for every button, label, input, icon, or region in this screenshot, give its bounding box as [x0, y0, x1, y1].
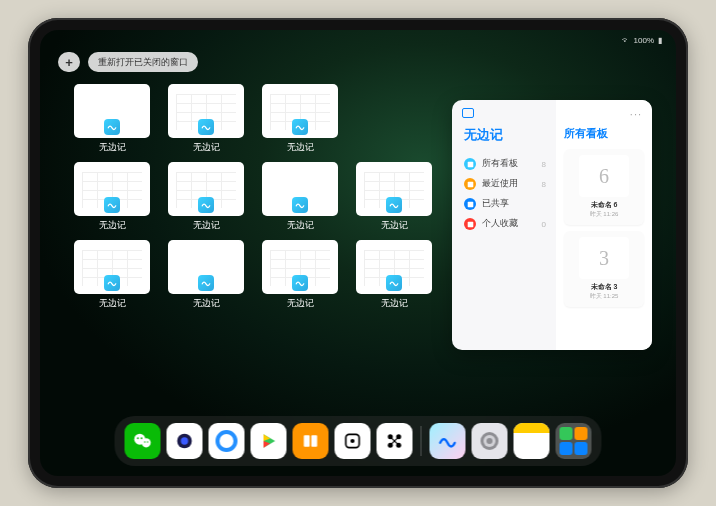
dock-app-notes[interactable]: [514, 423, 550, 459]
window-item[interactable]: 无边记: [356, 162, 432, 232]
menu-item-label: 所有看板: [482, 158, 518, 170]
dock-app-dice[interactable]: [335, 423, 371, 459]
svg-point-11: [181, 437, 188, 444]
reopen-closed-window-button[interactable]: 重新打开已关闭的窗口: [88, 52, 198, 72]
svg-point-8: [144, 441, 145, 442]
panel-left: 无边记 所有看板8最近使用8已共享个人收藏0: [452, 100, 556, 350]
window-label: 无边记: [99, 141, 126, 154]
freeform-app-icon: [198, 119, 214, 135]
dock-app-books[interactable]: [293, 423, 329, 459]
menu-item-icon: [464, 158, 476, 170]
board-card[interactable]: 6未命名 6昨天 11:26: [564, 149, 644, 225]
menu-item-label: 最近使用: [482, 178, 518, 190]
dock-app-connect[interactable]: [377, 423, 413, 459]
window-thumbnail[interactable]: [168, 240, 244, 294]
window-item[interactable]: 无边记: [74, 240, 150, 310]
freeform-app-icon: [104, 119, 120, 135]
freeform-app-icon: [386, 197, 402, 213]
menu-item-count: 8: [542, 180, 546, 189]
screen: ᯤ 100% ▮ + 重新打开已关闭的窗口 无边记无边记无边记无边记无边记无边记…: [40, 30, 676, 476]
wifi-icon: ᯤ: [622, 36, 630, 45]
board-title: 未命名 6: [591, 200, 618, 210]
freeform-app-icon: [292, 275, 308, 291]
dock-separator: [421, 426, 422, 456]
dock-app-qqbrowser[interactable]: [209, 423, 245, 459]
window-item[interactable]: 无边记: [262, 84, 338, 154]
board-subtitle: 昨天 11:26: [590, 210, 619, 219]
window-label: 无边记: [287, 297, 314, 310]
freeform-app-icon: [292, 197, 308, 213]
freeform-app-icon: [198, 197, 214, 213]
svg-rect-1: [467, 181, 473, 187]
svg-point-12: [218, 432, 236, 450]
freeform-sidebar-panel[interactable]: ··· 无边记 所有看板8最近使用8已共享个人收藏0 所有看板 6未命名 6昨天…: [452, 100, 652, 350]
svg-rect-3: [467, 221, 473, 227]
status-bar: ᯤ 100% ▮: [40, 33, 676, 47]
window-item[interactable]: 无边记: [262, 240, 338, 310]
menu-item-count: 8: [542, 160, 546, 169]
freeform-app-icon: [386, 275, 402, 291]
window-label: 无边记: [193, 141, 220, 154]
dock-app-play[interactable]: [251, 423, 287, 459]
window-item[interactable]: 无边记: [356, 240, 432, 310]
battery-text: 100%: [634, 36, 654, 45]
window-thumbnail[interactable]: [262, 240, 338, 294]
window-thumbnail[interactable]: [168, 84, 244, 138]
more-icon[interactable]: ···: [630, 108, 642, 120]
dock-folder[interactable]: [556, 423, 592, 459]
window-thumbnail[interactable]: [74, 162, 150, 216]
board-thumbnail: 3: [579, 237, 629, 279]
svg-rect-0: [467, 161, 473, 167]
window-item[interactable]: 无边记: [168, 240, 244, 310]
window-label: 无边记: [193, 219, 220, 232]
dock: [115, 416, 602, 466]
sidebar-menu-item[interactable]: 个人收藏0: [464, 214, 546, 234]
window-label: 无边记: [99, 297, 126, 310]
window-thumbnail[interactable]: [262, 84, 338, 138]
dock-app-wechat[interactable]: [125, 423, 161, 459]
window-label: 无边记: [381, 297, 408, 310]
svg-rect-2: [467, 201, 473, 207]
new-tab-button[interactable]: +: [58, 52, 80, 72]
window-thumbnail[interactable]: [356, 240, 432, 294]
dock-app-freeform[interactable]: [430, 423, 466, 459]
sidebar-toggle-icon[interactable]: [462, 108, 474, 118]
window-label: 无边记: [99, 219, 126, 232]
svg-point-23: [487, 438, 493, 444]
window-label: 无边记: [381, 219, 408, 232]
freeform-app-icon: [292, 119, 308, 135]
dock-app-quark[interactable]: [167, 423, 203, 459]
window-item[interactable]: 无边记: [168, 84, 244, 154]
window-thumbnail[interactable]: [168, 162, 244, 216]
dock-app-settings[interactable]: [472, 423, 508, 459]
window-item[interactable]: 无边记: [168, 162, 244, 232]
svg-point-9: [147, 441, 148, 442]
panel-right: 所有看板 6未命名 6昨天 11:263未命名 3昨天 11:25: [556, 100, 652, 350]
window-item[interactable]: 无边记: [74, 84, 150, 154]
board-subtitle: 昨天 11:25: [590, 292, 619, 301]
panel-right-title: 所有看板: [564, 126, 644, 141]
board-thumbnail: 6: [579, 155, 629, 197]
board-card[interactable]: 3未命名 3昨天 11:25: [564, 231, 644, 307]
menu-item-icon: [464, 198, 476, 210]
svg-rect-13: [304, 435, 310, 447]
sidebar-menu-item[interactable]: 已共享: [464, 194, 546, 214]
menu-item-label: 个人收藏: [482, 218, 518, 230]
window-item[interactable]: 无边记: [74, 162, 150, 232]
menu-item-icon: [464, 178, 476, 190]
svg-rect-14: [311, 435, 317, 447]
window-thumbnail[interactable]: [262, 162, 338, 216]
window-thumbnail[interactable]: [74, 240, 150, 294]
window-thumbnail[interactable]: [356, 162, 432, 216]
sidebar-menu-item[interactable]: 所有看板8: [464, 154, 546, 174]
window-thumbnail[interactable]: [74, 84, 150, 138]
menu-item-icon: [464, 218, 476, 230]
window-item[interactable]: 无边记: [262, 162, 338, 232]
window-label: 无边记: [193, 297, 220, 310]
sidebar-menu-item[interactable]: 最近使用8: [464, 174, 546, 194]
board-title: 未命名 3: [591, 282, 618, 292]
freeform-app-icon: [104, 275, 120, 291]
svg-point-5: [142, 438, 151, 447]
svg-point-6: [137, 437, 139, 439]
freeform-app-icon: [198, 275, 214, 291]
